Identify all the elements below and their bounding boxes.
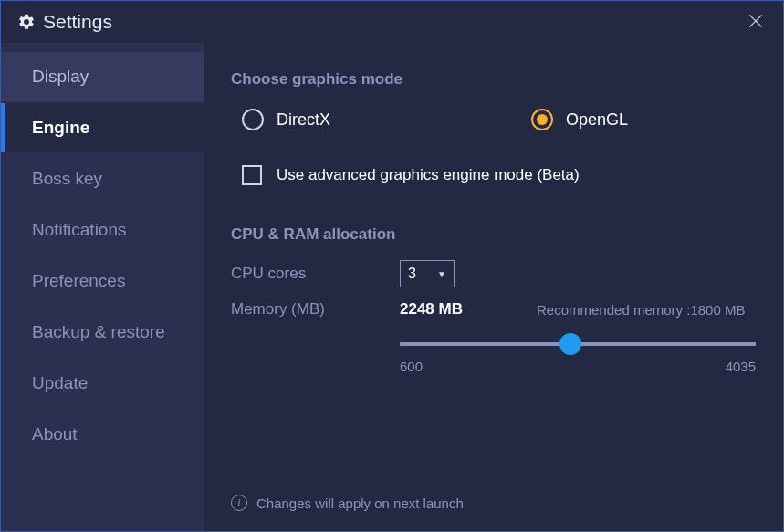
slider-max-label: 4035 — [726, 359, 756, 374]
sidebar-item-boss-key[interactable]: Boss key — [1, 154, 204, 203]
sidebar-item-label: Preferences — [32, 271, 125, 291]
slider-min-label: 600 — [400, 359, 423, 374]
sidebar-item-label: Boss key — [32, 169, 102, 189]
window-title-group: Settings — [17, 11, 112, 33]
radio-directx[interactable]: DirectX — [242, 109, 330, 130]
radio-circle-icon — [531, 109, 553, 130]
checkbox-label: Use advanced graphics engine mode (Beta) — [277, 166, 580, 184]
allocation-title: CPU & RAM allocation — [231, 225, 756, 244]
memory-slider-thumb[interactable] — [559, 333, 581, 355]
radio-opengl[interactable]: OpenGL — [531, 109, 628, 130]
close-button[interactable] — [741, 6, 770, 37]
sidebar: Display Engine Boss key Notifications Pr… — [1, 43, 204, 531]
cpu-cores-dropdown[interactable]: 3 ▼ — [400, 260, 455, 287]
cpu-cores-row: CPU cores 3 ▼ — [231, 260, 756, 287]
info-icon: i — [231, 495, 247, 511]
graphics-mode-title: Choose graphics mode — [231, 70, 756, 89]
settings-content: Choose graphics mode DirectX OpenGL Use … — [204, 43, 783, 531]
sidebar-item-display[interactable]: Display — [1, 52, 204, 101]
radio-label: DirectX — [277, 110, 330, 130]
memory-recommended: Recommended memory :1800 MB — [537, 302, 745, 318]
advanced-engine-checkbox[interactable]: Use advanced graphics engine mode (Beta) — [231, 165, 756, 185]
sidebar-item-label: Engine — [32, 118, 89, 138]
window-title: Settings — [43, 11, 112, 33]
memory-row: Memory (MB) 2248 MB Recommended memory :… — [231, 300, 756, 318]
memory-slider[interactable] — [400, 342, 756, 346]
memory-slider-area: 600 4035 — [400, 342, 756, 374]
footer-note: i Changes will apply on next launch — [231, 495, 464, 511]
graphics-mode-radios: DirectX OpenGL — [231, 109, 756, 130]
cpu-cores-value: 3 — [408, 266, 416, 282]
sidebar-item-notifications[interactable]: Notifications — [1, 205, 204, 255]
sidebar-item-about[interactable]: About — [1, 410, 204, 459]
radio-circle-icon — [242, 109, 264, 130]
sidebar-item-backup-restore[interactable]: Backup & restore — [1, 308, 204, 357]
sidebar-item-update[interactable]: Update — [1, 359, 204, 408]
memory-value: 2248 MB — [400, 300, 537, 318]
sidebar-item-label: Display — [32, 67, 89, 87]
checkbox-box-icon — [242, 165, 262, 185]
cpu-cores-label: CPU cores — [231, 265, 400, 283]
memory-label: Memory (MB) — [231, 300, 400, 318]
sidebar-item-label: Update — [32, 373, 88, 393]
sidebar-item-engine[interactable]: Engine — [1, 103, 204, 152]
footer-note-text: Changes will apply on next launch — [256, 495, 464, 511]
radio-label: OpenGL — [566, 110, 628, 130]
titlebar: Settings — [1, 1, 783, 43]
sidebar-item-label: About — [32, 424, 78, 444]
sidebar-item-label: Backup & restore — [32, 322, 165, 342]
gear-icon — [17, 13, 36, 31]
close-icon — [747, 8, 765, 36]
chevron-down-icon: ▼ — [437, 269, 446, 279]
sidebar-item-label: Notifications — [32, 220, 127, 240]
sidebar-item-preferences[interactable]: Preferences — [1, 256, 204, 306]
